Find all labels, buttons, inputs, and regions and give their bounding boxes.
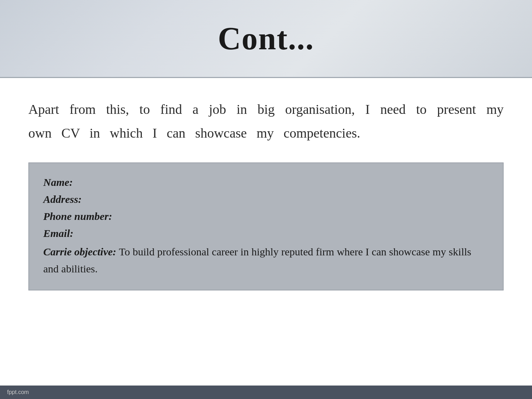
header-section: Cont... [0, 0, 532, 78]
name-line: Name: [43, 174, 489, 191]
address-line: Address: [43, 191, 489, 208]
info-card: Name: Address: Phone number: Email: Carr… [28, 162, 504, 290]
phone-line: Phone number: [43, 208, 489, 225]
email-line: Email: [43, 225, 489, 242]
objective-label: Carrie objective: [43, 246, 116, 257]
slide-title: Cont... [218, 20, 314, 57]
objective-line: Carrie objective: To build professional … [43, 243, 489, 277]
body-paragraph: Apart from this, to find a job in big or… [28, 98, 504, 145]
footer: fppt.com [0, 386, 532, 399]
footer-text: fppt.com [7, 389, 29, 395]
main-content: Apart from this, to find a job in big or… [0, 78, 532, 386]
